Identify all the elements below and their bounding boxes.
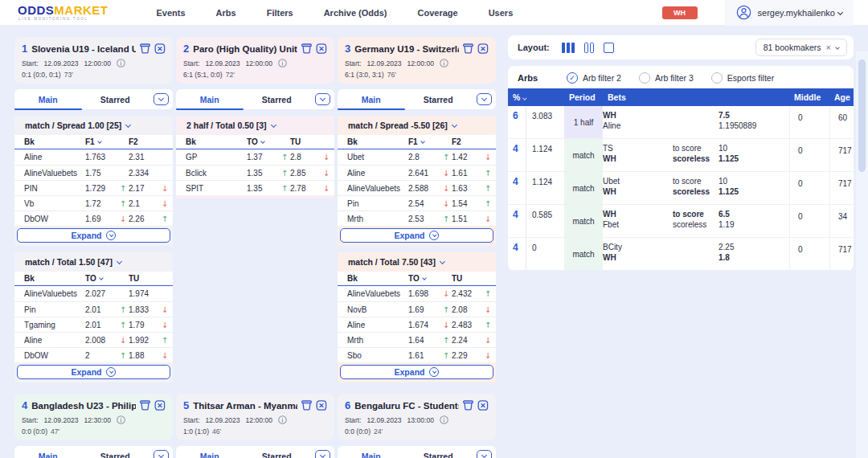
- nav-events[interactable]: Events: [157, 8, 186, 18]
- info-icon[interactable]: [278, 59, 287, 67]
- close-icon[interactable]: [316, 43, 327, 54]
- basket-remove-icon[interactable]: [301, 400, 313, 411]
- odds-row[interactable]: Mrth2.53↑1.51↓: [338, 211, 496, 226]
- user-avatar-icon[interactable]: [736, 5, 751, 20]
- column-odds-1-sort[interactable]: F1: [408, 137, 440, 146]
- tab-starred[interactable]: Starred: [82, 89, 149, 109]
- info-icon[interactable]: [440, 59, 448, 67]
- odds-row[interactable]: Mrth1.64↑2.24↓: [338, 332, 496, 347]
- odds-row[interactable]: AlineValuebets1.698↓2.432↑: [338, 286, 496, 301]
- close-icon[interactable]: [154, 400, 166, 411]
- card-collapse-button[interactable]: [154, 93, 169, 105]
- odds-row[interactable]: Sbo1.61↑2.29↓: [338, 347, 496, 362]
- tab-starred[interactable]: Starred: [405, 446, 473, 458]
- market-selector[interactable]: match / Total 1.50 [47]: [14, 252, 173, 272]
- market-selector[interactable]: match / Total 7.50 [43]: [338, 252, 496, 272]
- card-collapse-button[interactable]: [477, 450, 492, 458]
- wh-bookmaker-button[interactable]: WH: [662, 6, 698, 19]
- nav-filters[interactable]: Filters: [267, 8, 293, 18]
- odds-row[interactable]: Aline2.008↓1.992↑: [14, 332, 173, 347]
- odds-row[interactable]: DbOW1.69↓2.26↑: [14, 211, 173, 226]
- basket-remove-icon[interactable]: [139, 43, 151, 54]
- odds-row[interactable]: NovB1.69↑2.08↓: [338, 301, 496, 317]
- odds-row[interactable]: Bclick1.35↑2.85↓: [176, 165, 334, 180]
- layout-two-columns-icon[interactable]: [583, 42, 595, 54]
- scrollbar-thumb[interactable]: [858, 59, 866, 172]
- card-collapse-button[interactable]: [315, 93, 330, 105]
- tab-main[interactable]: Main: [176, 446, 244, 458]
- odds-row[interactable]: PIN1.729↑2.17↓: [14, 180, 173, 195]
- arb-row[interactable]: 41.124matchUbetWHto scorescoreless101.12…: [508, 172, 854, 205]
- start-time: 12:00:00: [246, 416, 272, 424]
- odds-row[interactable]: Tgaming2.01↑1.79↓: [14, 317, 173, 332]
- odds-row[interactable]: Aline2.641↓1.61↑: [338, 165, 496, 180]
- arbs-panel: Layout: 81 bookmakers × Arbs ✓Arb filter…: [508, 35, 854, 271]
- basket-remove-icon[interactable]: [139, 400, 151, 411]
- tab-main[interactable]: Main: [338, 446, 405, 458]
- odds-row[interactable]: Aline1.7632.31: [14, 149, 173, 165]
- layout-one-column-icon[interactable]: [603, 42, 615, 54]
- nav-coverage[interactable]: Coverage: [418, 8, 458, 18]
- card-collapse-button[interactable]: [477, 93, 492, 105]
- column-odds-1-sort[interactable]: F1: [85, 137, 117, 146]
- market-selector[interactable]: 2 half / Total 0.50 [3]: [176, 116, 334, 135]
- tab-main[interactable]: Main: [338, 89, 405, 109]
- info-icon[interactable]: [278, 415, 287, 424]
- card-collapse-button[interactable]: [154, 450, 169, 458]
- user-menu[interactable]: sergey.mykhailenko: [758, 8, 842, 18]
- arb-row[interactable]: 41.124matchTSWHto scorescoreless101.1250…: [508, 139, 854, 172]
- nav-arbs[interactable]: Arbs: [216, 8, 236, 18]
- tab-main[interactable]: Main: [14, 446, 82, 458]
- tab-main[interactable]: Main: [176, 89, 244, 109]
- tab-main[interactable]: Main: [14, 89, 82, 109]
- close-icon[interactable]: [154, 43, 166, 54]
- arb-row[interactable]: 63.0831 halfWHAline7.51.1950889060: [508, 106, 854, 139]
- odds-row[interactable]: AlineValuebets2.588↓1.63↑: [338, 180, 496, 195]
- tab-starred[interactable]: Starred: [244, 446, 311, 458]
- tab-starred[interactable]: Starred: [244, 89, 311, 109]
- tab-starred[interactable]: Starred: [82, 446, 149, 458]
- checkbox-arb-filter-2[interactable]: ✓Arb filter 2: [567, 72, 621, 84]
- info-icon[interactable]: [440, 415, 448, 424]
- column-odds-1-sort[interactable]: TO: [247, 137, 279, 146]
- basket-remove-icon[interactable]: [301, 43, 313, 54]
- nav-users[interactable]: Users: [489, 8, 514, 18]
- market-selector[interactable]: match / Spread 1.00 [25]: [14, 116, 173, 135]
- close-icon[interactable]: [477, 400, 489, 411]
- expand-button[interactable]: Expand: [340, 228, 493, 243]
- odds-row[interactable]: Pin2.01↑1.833↓: [14, 301, 173, 317]
- column-odds-1-sort[interactable]: TO: [408, 274, 440, 283]
- expand-button[interactable]: Expand: [340, 365, 493, 379]
- odds-row[interactable]: AlineValuebets1.752.334: [14, 165, 173, 180]
- odds-row[interactable]: Vb1.72↑2.1↓: [14, 195, 173, 211]
- column-odds-1-sort[interactable]: TO: [85, 274, 117, 283]
- layout-three-columns-icon[interactable]: [561, 42, 575, 54]
- expand-button[interactable]: Expand: [17, 365, 170, 379]
- odds-row[interactable]: DbOW2↑1.88↓: [14, 347, 173, 362]
- basket-remove-icon[interactable]: [462, 43, 474, 54]
- nav-archive-odds[interactable]: Archive (Odds): [324, 8, 387, 18]
- odds-row[interactable]: Ubet2.8↑1.42↓: [338, 149, 496, 165]
- close-icon[interactable]: [477, 43, 489, 54]
- checkbox-arb-filter-3[interactable]: Arb filter 3: [639, 72, 694, 84]
- odds-row[interactable]: AlineValuebets2.0271.974: [14, 286, 173, 301]
- odds-row[interactable]: GP1.37↑2.8↓: [176, 149, 334, 165]
- card-collapse-button[interactable]: [315, 450, 330, 458]
- market-selector[interactable]: match / Spread -5.50 [26]: [338, 116, 496, 135]
- expand-button[interactable]: Expand: [17, 228, 170, 243]
- close-icon[interactable]: [316, 400, 327, 411]
- arb-row[interactable]: 40.585matchWHFbetto scorescoreless6.51.1…: [508, 205, 854, 238]
- odds-row[interactable]: Pin2.54↓1.54↑: [338, 195, 496, 211]
- info-icon[interactable]: [117, 415, 125, 424]
- info-icon[interactable]: [117, 59, 125, 67]
- basket-remove-icon[interactable]: [462, 400, 474, 411]
- odds-row[interactable]: SPIT1.35↑2.78↓: [176, 180, 334, 195]
- arb-row[interactable]: 40matchBCityWH2.251.80717: [508, 238, 854, 271]
- checkbox-esports-filter[interactable]: Esports filter: [711, 72, 774, 84]
- sort-by-percent-header[interactable]: %: [508, 92, 564, 102]
- odds-row[interactable]: Aline1.674↓2.483↑: [338, 317, 496, 332]
- bookmakers-dropdown[interactable]: 81 bookmakers ×: [755, 39, 847, 56]
- chevron-down-icon: [125, 122, 131, 128]
- tab-starred[interactable]: Starred: [405, 89, 473, 109]
- clear-icon[interactable]: ×: [826, 43, 831, 52]
